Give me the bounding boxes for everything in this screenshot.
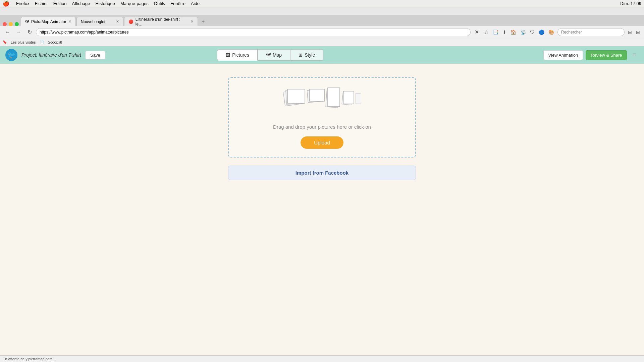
app-logo: 🐦: [5, 49, 17, 61]
reload-button[interactable]: ↻: [25, 28, 34, 36]
rss-icon[interactable]: 📡: [519, 29, 527, 36]
save-button[interactable]: Save: [85, 51, 105, 59]
tab-close-button[interactable]: ✕: [116, 19, 119, 24]
view-animation-button[interactable]: View Animation: [543, 50, 583, 60]
app-header: 🐦 Project: Itinéraire d'un T-shirt Save …: [0, 46, 644, 64]
review-share-button[interactable]: Review & Share: [586, 50, 627, 60]
tab-map-label: Map: [273, 52, 282, 58]
tab-pictures[interactable]: 🖼 Pictures: [217, 49, 258, 61]
menu-fenetre[interactable]: Fenêtre: [170, 1, 185, 6]
menu-outils[interactable]: Outils: [154, 1, 165, 6]
menu-aide[interactable]: Aide: [191, 1, 200, 6]
upload-button[interactable]: Upload: [301, 136, 343, 149]
svg-rect-2: [287, 89, 305, 103]
url-bar[interactable]: [36, 28, 471, 36]
menu-fichier[interactable]: Fichier: [35, 1, 48, 6]
browser-chrome: 🗺 PictraMap Animator ✕ Nouvel onglet ✕ 🔴…: [0, 7, 644, 46]
forward-button[interactable]: →: [14, 28, 23, 36]
svg-rect-6: [328, 88, 340, 107]
menu-firefox[interactable]: Firefox: [16, 1, 30, 6]
tab-pictramap[interactable]: 🗺 PictraMap Animator ✕: [21, 17, 76, 26]
mac-menubar: 🍎 Firefox Fichier Édition Affichage Hist…: [0, 0, 644, 7]
header-tabs: 🖼 Pictures 🗺 Map ⊞ Style: [217, 49, 323, 61]
menu-marque-pages[interactable]: Marque-pages: [120, 1, 149, 6]
bookmark-scoopit-icon: 📄: [40, 40, 44, 44]
map-icon: 🗺: [266, 52, 271, 58]
tab-new-tab[interactable]: Nouvel onglet ✕: [76, 17, 123, 26]
tab-close-button[interactable]: ✕: [68, 19, 71, 24]
bookmark-star-icon[interactable]: ☆: [483, 29, 490, 36]
sidebar-icon[interactable]: ⊟: [627, 29, 633, 36]
menu-affichage[interactable]: Affichage: [72, 1, 90, 6]
drag-drop-text: Drag and drop your pictures here or clic…: [273, 124, 371, 130]
bookmark-scoopit[interactable]: Scoop.it!: [48, 40, 62, 44]
system-time: Dim. 17:09: [620, 1, 641, 6]
svg-rect-9: [356, 93, 361, 104]
traffic-lights: [3, 22, 19, 26]
search-input[interactable]: [557, 28, 625, 36]
back-button[interactable]: ←: [3, 28, 12, 36]
hamburger-menu-button[interactable]: ≡: [630, 50, 639, 60]
svg-rect-8: [344, 91, 354, 104]
tab-map[interactable]: 🗺 Map: [258, 49, 290, 61]
facebook-import-button[interactable]: Import from Facebook: [228, 166, 416, 180]
grid-icon[interactable]: ⊞: [635, 29, 641, 36]
tab-favicon: 🗺: [25, 19, 29, 24]
logo-bird-icon: 🐦: [7, 51, 16, 59]
menu-historique[interactable]: Historique: [95, 1, 115, 6]
tab-label: PictraMap Animator: [31, 19, 66, 24]
firefox-hello-icon[interactable]: 🔵: [537, 29, 546, 36]
style-icon: ⊞: [299, 52, 303, 58]
tab-label: Nouvel onglet: [81, 19, 105, 24]
close-window-button[interactable]: [3, 22, 7, 26]
tab-itineraire[interactable]: 🔴 L'itinéraire d'un tee-shirt : le… ✕: [124, 17, 198, 26]
tab-style[interactable]: ⊞ Style: [290, 49, 323, 61]
header-actions: View Animation Review & Share ≡: [543, 50, 639, 60]
maximize-window-button[interactable]: [15, 22, 19, 26]
nav-icons: ☆ 📑 ⬇ 🏠 📡 🛡 🔵 🎨: [483, 29, 555, 36]
new-tab-button[interactable]: +: [199, 17, 208, 26]
bookmarks-bar: 🔖 Les plus visités 📄 Scoop.it!: [0, 38, 644, 46]
project-name: Project: Itinéraire d'un T-shirt: [21, 52, 81, 58]
nav-bar: ← → ↻ ✕ ☆ 📑 ⬇ 🏠 📡 🛡 🔵 🎨 ⊟ ⊞: [0, 26, 644, 38]
main-content: Drag and drop your pictures here or clic…: [0, 64, 644, 362]
pictures-icon: 🖼: [225, 52, 230, 58]
drop-zone[interactable]: Drag and drop your pictures here or clic…: [228, 77, 416, 158]
svg-rect-4: [310, 89, 324, 101]
shield-icon[interactable]: 🛡: [529, 29, 536, 36]
menu-edition[interactable]: Édition: [53, 1, 67, 6]
tab-close-button[interactable]: ✕: [191, 19, 194, 24]
status-bar: En attente de y.pictramap.com...: [0, 355, 644, 362]
bookmark-les-plus-visites[interactable]: Les plus visités: [11, 40, 36, 44]
clear-url-button[interactable]: ✕: [473, 28, 481, 36]
tab-favicon: 🔴: [128, 19, 133, 24]
apple-menu[interactable]: 🍎: [3, 0, 9, 7]
color-picker-icon[interactable]: 🎨: [547, 29, 555, 36]
status-text: En attente de y.pictramap.com...: [3, 357, 56, 361]
minimize-window-button[interactable]: [9, 22, 13, 26]
bookmark-manager-icon[interactable]: 📑: [491, 29, 500, 36]
extra-nav-icons: ⊟ ⊞: [627, 29, 641, 36]
tab-style-label: Style: [305, 52, 315, 58]
photos-illustration: [283, 86, 361, 117]
bookmark-icon: 🔖: [3, 40, 7, 44]
tab-label: L'itinéraire d'un tee-shirt : le…: [136, 17, 189, 26]
tab-bar: 🗺 PictraMap Animator ✕ Nouvel onglet ✕ 🔴…: [0, 15, 644, 26]
tab-pictures-label: Pictures: [232, 52, 249, 58]
download-icon[interactable]: ⬇: [501, 29, 508, 36]
home-icon[interactable]: 🏠: [509, 29, 518, 36]
